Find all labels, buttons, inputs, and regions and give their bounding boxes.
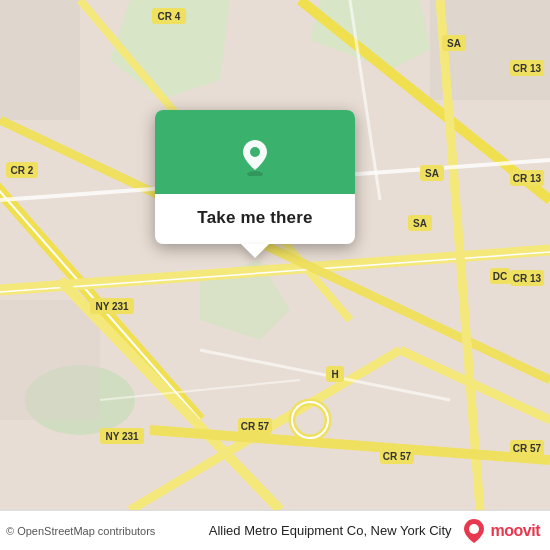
- footer-bar: © OpenStreetMap contributors Allied Metr…: [0, 510, 550, 550]
- svg-text:NY 231: NY 231: [105, 431, 139, 442]
- location-pin-icon: [233, 132, 277, 176]
- svg-text:DC: DC: [493, 271, 507, 282]
- map-container: CR 4 CR 2 SA SA SA CR 13 CR 13 CR 13 CR …: [0, 0, 550, 510]
- svg-text:SA: SA: [425, 168, 439, 179]
- svg-rect-5: [0, 0, 80, 120]
- svg-text:CR 57: CR 57: [513, 443, 542, 454]
- moovit-brand-text: moovit: [491, 522, 540, 540]
- take-me-there-button[interactable]: Take me there: [181, 194, 328, 244]
- popup-card: Take me there: [155, 110, 355, 244]
- footer-info: Allied Metro Equipment Co, New York City…: [209, 517, 540, 545]
- svg-text:NY 231: NY 231: [95, 301, 129, 312]
- svg-point-59: [469, 524, 479, 534]
- popup-top: [155, 110, 355, 194]
- svg-text:SA: SA: [413, 218, 427, 229]
- svg-text:CR 57: CR 57: [241, 421, 270, 432]
- footer-left: © OpenStreetMap contributors: [6, 525, 155, 537]
- svg-text:CR 57: CR 57: [383, 451, 412, 462]
- svg-text:CR 13: CR 13: [513, 173, 542, 184]
- location-name: Allied Metro Equipment Co, New York City: [209, 523, 452, 538]
- svg-rect-7: [0, 300, 100, 420]
- openstreetmap-attribution: © OpenStreetMap contributors: [6, 525, 155, 537]
- svg-text:CR 13: CR 13: [513, 273, 542, 284]
- svg-text:CR 4: CR 4: [158, 11, 181, 22]
- moovit-logo: moovit: [460, 517, 540, 545]
- svg-point-58: [250, 147, 260, 157]
- moovit-icon: [460, 517, 488, 545]
- svg-text:H: H: [331, 369, 338, 380]
- svg-text:CR 13: CR 13: [513, 63, 542, 74]
- svg-point-57: [247, 171, 263, 176]
- svg-text:CR 2: CR 2: [11, 165, 34, 176]
- svg-text:SA: SA: [447, 38, 461, 49]
